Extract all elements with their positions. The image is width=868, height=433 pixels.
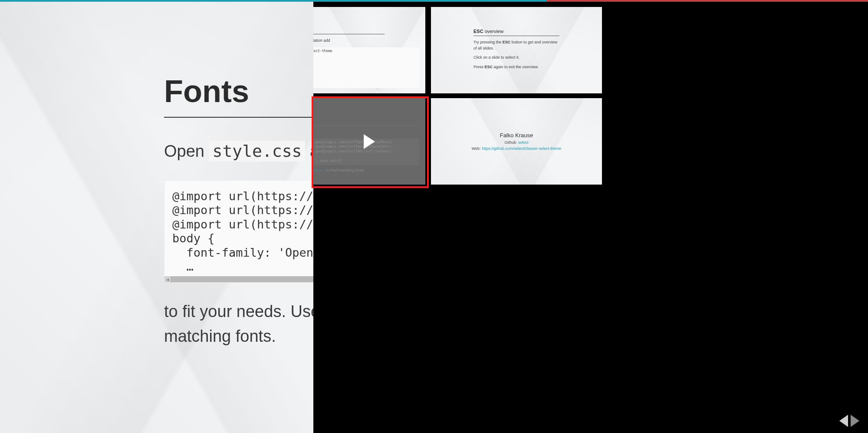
code-block-container: @import url(https://fonts.googleapis.com… [164, 180, 313, 283]
slide-outro-line1: to fit your needs. Use http://fontpair.c… [164, 300, 313, 323]
slide-title: Fonts [164, 73, 313, 118]
thumb-line3: Press ESC again to exit the overview. [473, 64, 559, 70]
overview-slide-fonts-selected[interactable]: Fonts Open style.css and change @import … [313, 98, 425, 185]
thumb-title: Usage [313, 27, 385, 34]
esc-heading-post: overview [483, 29, 503, 34]
horizontal-scrollbar[interactable] [171, 276, 313, 282]
css-code-block: @import url(https://fonts.googleapis.com… [164, 181, 313, 277]
slide-intro-text: Open style.css and change [164, 142, 313, 161]
progress-bar-remaining [547, 0, 868, 2]
overview-slide-usage[interactable]: Usage At the beginning of your presentat… [313, 7, 425, 93]
thumb-line2: Click on a slide to select it. [473, 55, 559, 61]
play-icon[interactable] [364, 134, 375, 149]
esc-bold: ESC [473, 29, 483, 34]
thumb-text: At the beginning of your presentation ad… [313, 38, 419, 44]
intro-code: style.css [209, 141, 306, 162]
outro-pre: to fit your needs. Use [164, 302, 313, 321]
author-github: Github: select [504, 140, 528, 145]
scrollbar-left-arrow-icon[interactable]: ◂ [164, 276, 171, 282]
author-name: Falko Krause [500, 132, 533, 139]
author-web: Web: https://github.com/select/cleaver-s… [472, 146, 561, 151]
overview-slide-esc[interactable]: ESC overview Try pressing the ESC button… [431, 7, 602, 93]
thumb-line1: Try pressing the ESC button to get and o… [473, 40, 559, 51]
previous-slide-arrow-icon[interactable] [839, 415, 848, 427]
overview-slide-author[interactable]: Falko Krause Github: select Web: https:/… [431, 98, 602, 185]
slide-outro-line2: matching fonts. [164, 325, 313, 348]
github-link: select [518, 140, 529, 145]
progress-bar-complete [0, 0, 547, 2]
intro-post: and change [305, 142, 313, 160]
intro-pre: Open [164, 142, 209, 160]
presentation-overview: Fonts Open style.css and change @import … [0, 0, 868, 433]
web-link: https://github.com/select/cleaver-select… [482, 146, 561, 151]
current-slide-panel: Fonts Open style.css and change @import … [0, 2, 313, 433]
next-slide-arrow-icon[interactable] [851, 415, 859, 427]
slide-nav-controls [839, 415, 859, 427]
thumb-code: theme: select/cleaver-select-theme title… [313, 47, 419, 88]
thumb-title: ESC overview [473, 29, 559, 36]
